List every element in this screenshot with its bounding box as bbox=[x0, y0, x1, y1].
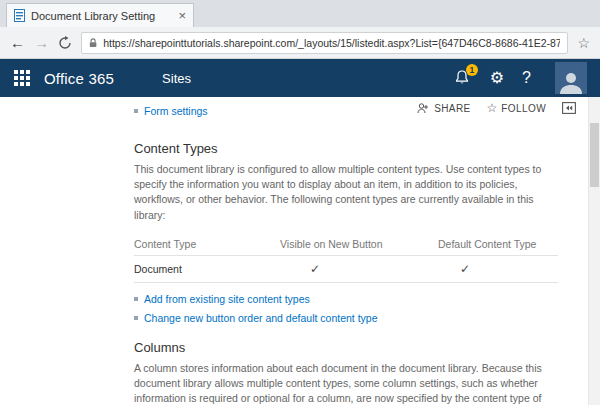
suitebar-actions: 1 ⚙ ? bbox=[454, 62, 590, 94]
square-bullet-icon bbox=[134, 109, 138, 113]
checkmark-icon: ✓ bbox=[438, 262, 558, 276]
person-silhouette-icon bbox=[558, 70, 584, 94]
square-bullet-icon bbox=[134, 316, 138, 320]
square-bullet-icon bbox=[134, 297, 138, 301]
add-existing-content-types-link[interactable]: Add from existing site content types bbox=[144, 293, 310, 305]
browser-toolbar: ← → https://sharepointtutorials.sharepoi… bbox=[0, 27, 600, 59]
notifications-bell-icon[interactable]: 1 bbox=[454, 69, 472, 87]
content-types-table: Content Type Visible on New Button Defau… bbox=[134, 235, 558, 283]
content-types-table-header: Content Type Visible on New Button Defau… bbox=[134, 235, 558, 256]
vertical-scrollbar[interactable] bbox=[588, 97, 600, 405]
waffle-grid bbox=[14, 70, 30, 86]
tab-close-icon[interactable]: × bbox=[178, 9, 186, 22]
content-types-description: This document library is configured to a… bbox=[134, 162, 558, 223]
office365-brand[interactable]: Office 365 bbox=[44, 70, 114, 87]
table-row: Document ✓ ✓ bbox=[134, 256, 558, 282]
help-icon[interactable]: ? bbox=[522, 70, 531, 86]
change-new-button-order-link[interactable]: Change new button order and default cont… bbox=[144, 312, 378, 324]
page-content-area: SHARE ☆ FOLLOW Form settings Content Typ… bbox=[0, 97, 600, 405]
focus-on-content-icon[interactable] bbox=[562, 102, 576, 114]
checkmark-icon: ✓ bbox=[280, 262, 438, 276]
form-settings-row: Form settings bbox=[134, 105, 558, 117]
content-types-table-body: Document ✓ ✓ bbox=[134, 256, 558, 283]
col-header-visible-new-button: Visible on New Button bbox=[280, 238, 438, 250]
notification-badge: 1 bbox=[466, 64, 478, 76]
app-launcher-icon[interactable] bbox=[0, 59, 44, 97]
content-types-heading: Content Types bbox=[134, 141, 558, 156]
columns-heading: Columns bbox=[134, 340, 558, 355]
forward-icon[interactable]: → bbox=[34, 35, 49, 50]
user-avatar[interactable] bbox=[555, 62, 587, 94]
form-settings-link[interactable]: Form settings bbox=[144, 105, 208, 117]
scrollbar-thumb[interactable] bbox=[590, 123, 599, 187]
settings-content: Form settings Content Types This documen… bbox=[134, 97, 558, 405]
browser-titlebar: Document Library Setting × bbox=[0, 0, 600, 27]
col-header-content-type: Content Type bbox=[134, 238, 280, 250]
browser-tab[interactable]: Document Library Setting × bbox=[6, 3, 194, 27]
sites-nav-link[interactable]: Sites bbox=[162, 71, 191, 86]
columns-description: A column stores information about each d… bbox=[134, 361, 558, 405]
content-types-links: Add from existing site content types Cha… bbox=[134, 293, 558, 324]
col-header-default-content-type: Default Content Type bbox=[438, 238, 558, 250]
content-type-link[interactable]: Document bbox=[134, 263, 280, 275]
address-bar[interactable]: https://sharepointtutorials.sharepoint.c… bbox=[81, 32, 568, 54]
favorites-star-icon[interactable]: ☆ bbox=[577, 35, 590, 51]
lock-icon bbox=[89, 37, 97, 49]
page-favicon-icon bbox=[14, 9, 25, 22]
tab-title: Document Library Setting bbox=[31, 10, 172, 22]
refresh-icon[interactable] bbox=[58, 36, 72, 50]
url-text: https://sharepointtutorials.sharepoint.c… bbox=[103, 37, 560, 49]
back-icon[interactable]: ← bbox=[10, 35, 25, 50]
suite-bar: Office 365 Sites 1 ⚙ ? bbox=[0, 59, 600, 97]
settings-gear-icon[interactable]: ⚙ bbox=[490, 70, 504, 86]
